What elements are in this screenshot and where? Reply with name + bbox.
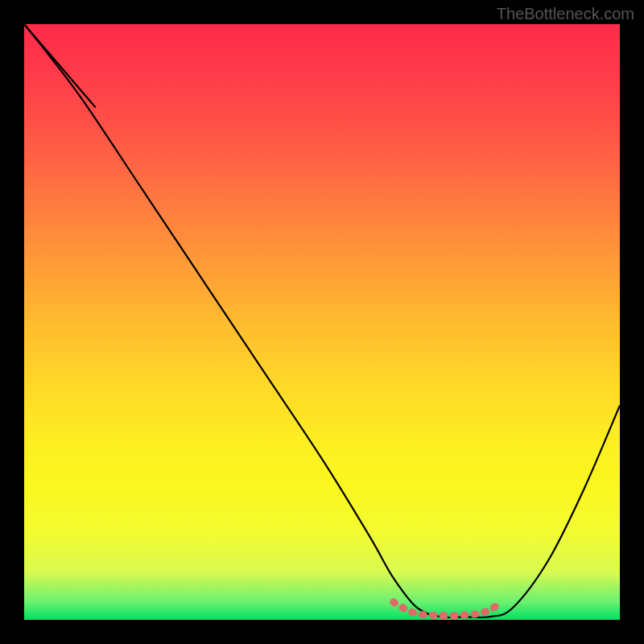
alt-curve: [24, 24, 96, 108]
trough-highlight: [394, 602, 501, 616]
plot-area: [24, 24, 620, 620]
main-curve: [24, 24, 620, 617]
curve-svg: [24, 24, 620, 620]
attribution-text: TheBottleneck.com: [497, 5, 634, 23]
